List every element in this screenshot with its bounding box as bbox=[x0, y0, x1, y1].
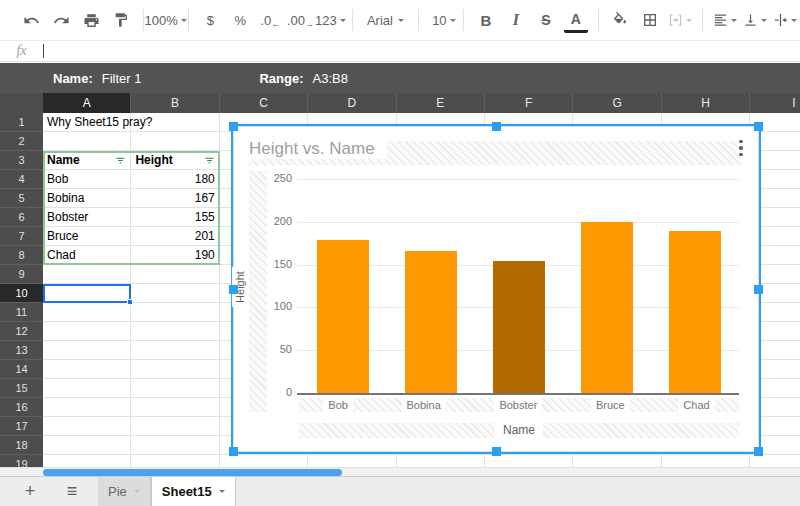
italic-button[interactable]: I bbox=[504, 7, 528, 33]
column-header-E[interactable]: E bbox=[397, 93, 485, 113]
fill-handle[interactable] bbox=[127, 299, 133, 305]
fill-color-button[interactable] bbox=[608, 7, 632, 33]
cell-B8[interactable]: 190 bbox=[135, 246, 214, 265]
bold-button[interactable]: B bbox=[474, 7, 498, 33]
column-header-C[interactable]: C bbox=[220, 93, 308, 113]
sheet-tab-sheet15[interactable]: Sheet15 bbox=[151, 477, 236, 506]
chart-resize-handle[interactable] bbox=[229, 447, 238, 456]
row-header-14[interactable]: 14 bbox=[0, 360, 43, 379]
undo-button[interactable] bbox=[19, 7, 43, 33]
strikethrough-button[interactable]: S bbox=[534, 7, 558, 33]
chevron-down-icon bbox=[450, 19, 456, 22]
chart-resize-handle[interactable] bbox=[229, 285, 238, 294]
chart-resize-handle[interactable] bbox=[492, 122, 501, 131]
row-header-7[interactable]: 7 bbox=[0, 227, 43, 246]
x-axis-line bbox=[297, 393, 739, 395]
horizontal-align-select[interactable] bbox=[713, 7, 737, 33]
column-header-G[interactable]: G bbox=[573, 93, 661, 113]
row-header-6[interactable]: 6 bbox=[0, 208, 43, 227]
filter-icon[interactable] bbox=[204, 155, 215, 166]
y-tick-label: 200 bbox=[268, 215, 292, 227]
bar-bruce[interactable] bbox=[581, 222, 633, 394]
row-header-11[interactable]: 11 bbox=[0, 303, 43, 322]
chart-title: Height vs. Name bbox=[249, 139, 387, 159]
cell-B6[interactable]: 155 bbox=[135, 208, 214, 227]
horizontal-scrollbar-thumb[interactable] bbox=[43, 469, 342, 476]
toolbar-separator bbox=[418, 9, 419, 31]
text-color-button[interactable]: A bbox=[564, 7, 588, 33]
cell-A4[interactable]: Bob bbox=[47, 170, 126, 189]
row-header-18[interactable]: 18 bbox=[0, 436, 43, 455]
borders-button[interactable] bbox=[638, 7, 662, 33]
chart-resize-handle[interactable] bbox=[492, 447, 501, 456]
increase-decimal-button[interactable]: .00→ bbox=[288, 7, 312, 33]
number-format-select[interactable]: 123 bbox=[318, 7, 342, 33]
row-header-19[interactable]: 19 bbox=[0, 455, 43, 467]
x-tick-label: Bobster bbox=[494, 398, 542, 412]
bar-chad[interactable] bbox=[669, 231, 721, 394]
row-header-3[interactable]: 3 bbox=[0, 151, 43, 170]
bar-bobster[interactable] bbox=[493, 261, 545, 394]
column-header-B[interactable]: B bbox=[131, 93, 219, 113]
cell-A5[interactable]: Bobina bbox=[47, 189, 126, 208]
row-header-10[interactable]: 10 bbox=[0, 284, 43, 303]
cell-B3[interactable]: Height bbox=[135, 151, 214, 170]
cell-B7[interactable]: 201 bbox=[135, 227, 214, 246]
column-header-I[interactable]: I bbox=[750, 93, 800, 113]
row-header-13[interactable]: 13 bbox=[0, 341, 43, 360]
paint-format-button[interactable] bbox=[109, 7, 133, 33]
add-sheet-button[interactable]: + bbox=[18, 481, 42, 502]
filter-icon[interactable] bbox=[115, 155, 126, 166]
zoom-select[interactable]: 100% bbox=[154, 7, 178, 33]
formula-bar[interactable]: fx bbox=[0, 40, 800, 62]
chart-resize-handle[interactable] bbox=[754, 447, 763, 456]
column-header-D[interactable]: D bbox=[308, 93, 396, 113]
filter-name-value[interactable]: Filter 1 bbox=[102, 71, 142, 86]
sheet-tab-pie[interactable]: Pie bbox=[98, 477, 151, 506]
active-cell-selection[interactable] bbox=[43, 284, 131, 303]
toolbar-separator bbox=[598, 9, 599, 31]
horizontal-scrollbar[interactable] bbox=[0, 467, 800, 476]
chart-resize-handle[interactable] bbox=[754, 122, 763, 131]
cell-A8[interactable]: Chad bbox=[47, 246, 126, 265]
redo-button[interactable] bbox=[49, 7, 73, 33]
row-header-12[interactable]: 12 bbox=[0, 322, 43, 341]
font-size-select[interactable]: 10 bbox=[428, 7, 453, 33]
row-header-4[interactable]: 4 bbox=[0, 170, 43, 189]
print-button[interactable] bbox=[79, 7, 103, 33]
column-header-H[interactable]: H bbox=[662, 93, 750, 113]
chart-resize-handle[interactable] bbox=[754, 285, 763, 294]
text-rotation-select[interactable] bbox=[773, 7, 797, 33]
all-sheets-button[interactable]: ≡ bbox=[60, 481, 84, 502]
decrease-decimal-button[interactable]: .0← bbox=[258, 7, 282, 33]
filter-range-value[interactable]: A3:B8 bbox=[313, 71, 348, 86]
row-header-15[interactable]: 15 bbox=[0, 379, 43, 398]
bar-bob[interactable] bbox=[317, 240, 369, 394]
chart-menu-button[interactable] bbox=[732, 135, 750, 161]
cell-A7[interactable]: Bruce bbox=[47, 227, 126, 246]
cell-A6[interactable]: Bobster bbox=[47, 208, 126, 227]
row-header-17[interactable]: 17 bbox=[0, 417, 43, 436]
column-header-F[interactable]: F bbox=[485, 93, 573, 113]
vertical-align-select[interactable] bbox=[743, 7, 767, 33]
format-currency-button[interactable]: $ bbox=[198, 7, 222, 33]
chart-container[interactable]: Height vs. Name Height 050100150200250 B… bbox=[233, 126, 759, 452]
format-percent-button[interactable]: % bbox=[228, 7, 252, 33]
cell-A3[interactable]: Name bbox=[47, 151, 126, 170]
row-header-8[interactable]: 8 bbox=[0, 246, 43, 265]
undo-icon bbox=[23, 12, 40, 29]
vertical-align-bottom-icon bbox=[743, 12, 758, 28]
row-header-1[interactable]: 1 bbox=[0, 113, 43, 132]
bar-bobina[interactable] bbox=[405, 251, 457, 394]
chart-resize-handle[interactable] bbox=[229, 122, 238, 131]
row-header-5[interactable]: 5 bbox=[0, 189, 43, 208]
column-header-A[interactable]: A bbox=[43, 93, 131, 113]
row-header-16[interactable]: 16 bbox=[0, 398, 43, 417]
row-header-9[interactable]: 9 bbox=[0, 265, 43, 284]
merge-cells-button[interactable] bbox=[668, 7, 692, 33]
cell-B4[interactable]: 180 bbox=[135, 170, 214, 189]
x-tick-label: Bobina bbox=[402, 398, 446, 412]
row-header-2[interactable]: 2 bbox=[0, 132, 43, 151]
font-select[interactable]: Arial bbox=[363, 7, 408, 33]
cell-B5[interactable]: 167 bbox=[135, 189, 214, 208]
